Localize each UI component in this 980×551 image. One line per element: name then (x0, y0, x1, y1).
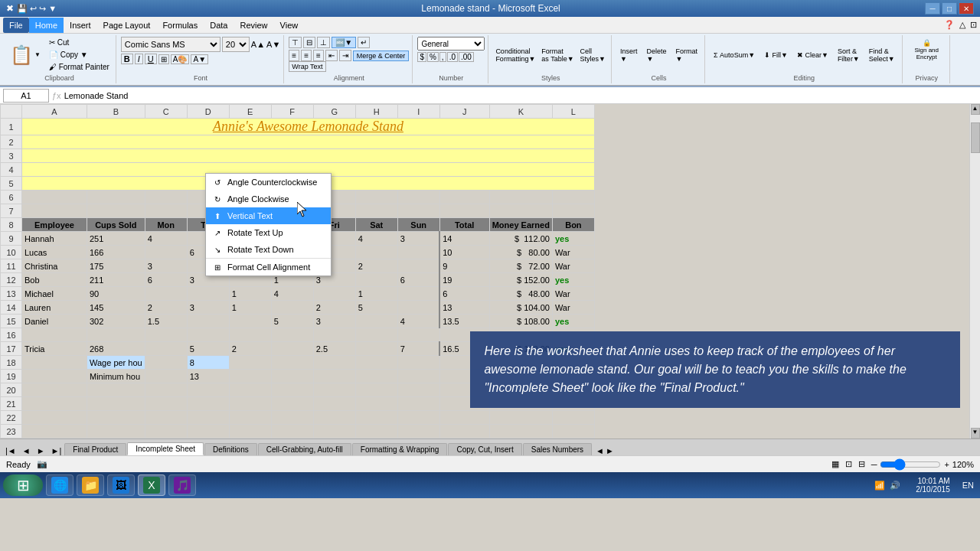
cell[interactable]: 5 (187, 342, 229, 356)
menu-view[interactable]: View (274, 18, 305, 33)
scroll-thumb[interactable] (971, 122, 980, 153)
cell[interactable] (313, 328, 355, 342)
menu-home[interactable]: Home (29, 18, 64, 33)
cell[interactable] (87, 204, 145, 218)
cell[interactable] (271, 356, 313, 370)
cell[interactable] (229, 370, 271, 383)
cell[interactable] (489, 204, 552, 218)
cell[interactable] (355, 342, 397, 356)
cell[interactable] (355, 356, 397, 370)
cell[interactable] (355, 191, 397, 204)
menu-file[interactable]: File (3, 18, 29, 33)
sheet-tab-definitions[interactable]: Definitions (204, 443, 257, 455)
sheet-tab-grabbing[interactable]: Cell-Grabbing, Auto-fill (258, 443, 351, 455)
sheet-tab-incomplete[interactable]: Incomplete Sheet (127, 442, 204, 455)
col-header-A[interactable]: A (22, 105, 87, 119)
cell[interactable] (187, 328, 229, 342)
autosum-btn[interactable]: Σ AutoSum▼ (710, 49, 759, 61)
col-header-C[interactable]: C (145, 105, 187, 119)
fill-btn[interactable]: ⬇ Fill▼ (760, 49, 792, 61)
font-name-select[interactable]: Comic Sans MS (121, 37, 220, 52)
cell[interactable]: 2 (145, 301, 187, 315)
cell[interactable]: 145 (87, 301, 145, 315)
cell[interactable]: 6 (145, 273, 187, 287)
cell[interactable] (397, 246, 439, 259)
view-layout-btn[interactable]: ⊡ (845, 459, 852, 469)
cell[interactable]: 13 (187, 370, 229, 383)
cell[interactable] (145, 287, 187, 301)
cell[interactable]: Wage per hou (87, 356, 145, 370)
cell[interactable]: 19 (439, 273, 489, 287)
taskbar-excel[interactable]: X (138, 474, 165, 496)
ribbon-minimize-icon[interactable]: △ (959, 20, 965, 30)
cell[interactable] (145, 328, 187, 342)
cell[interactable] (145, 356, 187, 370)
insert-btn[interactable]: Insert▼ (616, 45, 642, 65)
formula-input[interactable] (64, 89, 977, 103)
cell[interactable]: Minimum hou (87, 370, 145, 383)
cell[interactable]: 268 (87, 342, 145, 356)
dropdown-item-rotate-down[interactable]: ↘ Rotate Text Down (206, 241, 331, 258)
col-header-G[interactable]: G (313, 105, 355, 119)
orientation-btn[interactable]: 🔤▼ (332, 37, 356, 48)
dropdown-item-rotate-up[interactable]: ↗ Rotate Text Up (206, 224, 331, 241)
cell[interactable]: Lauren (22, 301, 87, 315)
cell[interactable] (271, 342, 313, 356)
cell[interactable]: $ 112.00 (489, 232, 552, 246)
cell[interactable] (397, 287, 439, 301)
cell[interactable]: War (552, 246, 594, 259)
cell[interactable] (87, 328, 145, 342)
paste-dropdown[interactable]: ▼ (34, 51, 41, 58)
cell[interactable] (313, 356, 355, 370)
cell[interactable]: 2 (229, 342, 271, 356)
sign-encrypt-btn[interactable]: 🔒Sign andEncrypt (910, 37, 942, 63)
cell[interactable]: 3 (145, 259, 187, 273)
scroll-down-btn[interactable]: ▼ (971, 428, 980, 439)
cell[interactable] (355, 315, 397, 328)
maximize-btn[interactable]: □ (942, 2, 957, 15)
bold-btn[interactable]: B (121, 54, 133, 64)
cell[interactable]: 302 (87, 315, 145, 328)
title-cell[interactable]: Annie's Awesome Lemonade Stand (22, 119, 595, 135)
cell[interactable]: War (552, 301, 594, 315)
col-header-K[interactable]: K (489, 105, 552, 119)
sheet-tab-formatting[interactable]: Formatting & Wrapping (352, 443, 448, 455)
cell[interactable] (187, 287, 229, 301)
menu-data[interactable]: Data (204, 18, 234, 33)
cell[interactable] (355, 273, 397, 287)
col-header-E[interactable]: E (229, 105, 271, 119)
comma-btn[interactable]: , (439, 52, 446, 62)
header-cell[interactable]: Cups Sold (87, 218, 145, 232)
cell[interactable]: $ 80.00 (489, 246, 552, 259)
taskbar-ie[interactable]: 🌐 (46, 474, 74, 496)
cell[interactable]: 1 (229, 287, 271, 301)
cell-ref-input[interactable] (3, 89, 49, 103)
fullscreen-icon[interactable]: ⊡ (970, 20, 977, 30)
cell[interactable]: 251 (87, 232, 145, 246)
cell[interactable] (145, 204, 187, 218)
cell[interactable] (439, 204, 489, 218)
sheet-nav-first[interactable]: |◄ (3, 446, 18, 455)
increase-decimal-btn[interactable]: .00 (459, 52, 474, 62)
taskbar-files[interactable]: 📁 (77, 474, 104, 496)
cell[interactable] (397, 356, 439, 370)
clear-btn[interactable]: ✖ Clear▼ (793, 49, 832, 61)
font-size-select[interactable]: 20 (222, 37, 250, 52)
font-color-btn[interactable]: A▼ (191, 54, 208, 64)
cell[interactable]: $ 48.00 (489, 287, 552, 301)
cell[interactable]: 211 (87, 273, 145, 287)
cell[interactable]: 1.5 (145, 315, 187, 328)
cell[interactable] (22, 204, 87, 218)
currency-btn[interactable]: $ (417, 52, 426, 62)
header-cell[interactable]: Employee (22, 218, 87, 232)
col-header-D[interactable]: D (187, 105, 229, 119)
cell[interactable] (313, 370, 355, 383)
format-as-table-btn[interactable]: Formatas Table▼ (539, 45, 576, 65)
empty-cell[interactable] (22, 135, 595, 149)
dropdown-item-counterclockwise[interactable]: ↺ Angle Counterclockwise (206, 174, 331, 191)
cell[interactable]: 5 (355, 301, 397, 315)
header-cell[interactable]: Sun (397, 218, 439, 232)
cell[interactable]: 9 (439, 259, 489, 273)
cell[interactable] (22, 370, 87, 383)
zoom-out-btn[interactable]: ─ (871, 460, 877, 469)
